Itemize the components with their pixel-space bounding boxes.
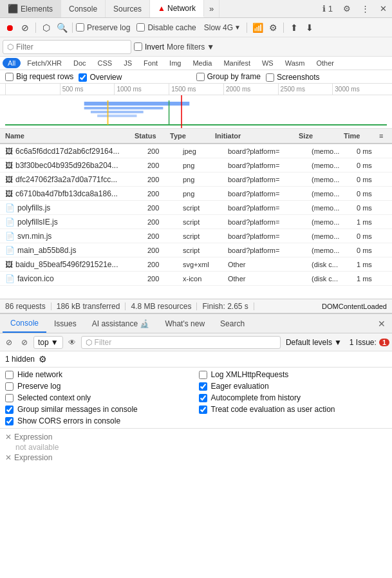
console-tab-console[interactable]: Console xyxy=(3,314,46,333)
opt-show-cors-cb[interactable] xyxy=(5,417,14,425)
group-by-frame-checkbox[interactable] xyxy=(196,73,205,81)
screenshots-label[interactable]: Screenshots xyxy=(266,73,320,82)
preserve-log-checkbox[interactable] xyxy=(76,23,84,32)
opt-group-similar[interactable]: Group similar messages in console xyxy=(5,405,194,414)
opt-preserve-log[interactable]: Preserve log xyxy=(5,382,194,391)
filter-input[interactable] xyxy=(16,42,127,51)
opt-autocomplete-cb[interactable] xyxy=(199,394,207,402)
filter-box[interactable]: ⬡ xyxy=(3,40,131,54)
tab-elements[interactable]: ⬛ Elements xyxy=(0,0,61,17)
table-row[interactable]: 🖼 b3f30bec04b935d926ba204... 200 png boa… xyxy=(0,158,392,172)
tab-console[interactable]: Console xyxy=(61,0,106,17)
table-row[interactable]: 🖼 6c6a5f6dcd17d2ab6cf29164... 200 jpeg b… xyxy=(0,144,392,158)
network-settings-icon[interactable]: ⚙ xyxy=(266,21,280,35)
opt-hide-network-cb[interactable] xyxy=(5,371,14,379)
overview-checkbox[interactable] xyxy=(79,73,87,82)
more-filters-btn[interactable]: More filters ▼ xyxy=(167,42,214,51)
table-row[interactable]: 📄 svn.min.js 200 script board?platform= … xyxy=(0,229,392,243)
notification-btn[interactable]: ℹ 1 xyxy=(317,4,338,14)
filter-fetch-xhr[interactable]: Fetch/XHR xyxy=(22,58,67,68)
tab-network[interactable]: ▲ Network xyxy=(150,0,204,17)
opt-autocomplete[interactable]: Autocomplete from history xyxy=(199,393,387,402)
opt-eager-eval[interactable]: Eager evaluation xyxy=(199,382,387,391)
eye-icon[interactable]: 👁 xyxy=(66,336,79,349)
table-row[interactable]: 📄 polyfillsIE.js 200 script board?platfo… xyxy=(0,215,392,229)
table-row[interactable]: 📄 main_ab55b8d.js 200 script board?platf… xyxy=(0,243,392,257)
th-size[interactable]: Size xyxy=(296,132,341,140)
big-request-rows-checkbox[interactable] xyxy=(5,73,14,81)
th-waterfall[interactable]: ≡ xyxy=(377,132,389,140)
screenshots-checkbox[interactable] xyxy=(266,73,274,82)
wifi-icon[interactable]: 📶 xyxy=(250,21,265,35)
th-status[interactable]: Status xyxy=(132,132,167,140)
opt-selected-ctx[interactable]: Selected context only xyxy=(5,393,194,402)
throttle-dropdown[interactable]: Slow 4G ▼ xyxy=(201,23,243,32)
invert-label[interactable]: Invert xyxy=(134,42,164,51)
search-button[interactable]: 🔍 xyxy=(55,21,69,35)
opt-selected-ctx-cb[interactable] xyxy=(5,394,14,402)
opt-treat-code-cb[interactable] xyxy=(199,406,207,414)
table-row[interactable]: 🖼 c6710ba4d7bfb13dca8a186... 200 png boa… xyxy=(0,187,392,201)
th-name[interactable]: Name xyxy=(3,132,132,140)
filter-css[interactable]: CSS xyxy=(93,58,118,68)
filter-font[interactable]: Font xyxy=(138,58,163,68)
close-devtools-icon[interactable]: ✕ xyxy=(375,4,392,14)
opt-hide-network[interactable]: Hide network xyxy=(5,370,194,379)
th-initiator[interactable]: Initiator xyxy=(212,132,296,140)
filter-button[interactable]: ⬡ xyxy=(39,21,53,35)
table-row[interactable]: 🖼 dfc247062f3a2a7d0a771fcc... 200 png bo… xyxy=(0,172,392,187)
filter-button-bar: All Fetch/XHR Doc CSS JS Font Img Media … xyxy=(0,57,392,70)
filter-media[interactable]: Media xyxy=(187,58,217,68)
levels-dropdown[interactable]: Default levels ▼ xyxy=(283,338,344,347)
expression-input-2[interactable] xyxy=(14,453,387,462)
table-row[interactable]: 🖼 baidu_85beaf5496f291521e... 200 svg+xm… xyxy=(0,257,392,272)
th-type[interactable]: Type xyxy=(167,132,212,140)
record-button[interactable]: ⏺ xyxy=(3,21,17,35)
opt-log-xmlhttp[interactable]: Log XMLHttpRequests xyxy=(199,370,387,379)
group-by-frame-label[interactable]: Group by frame xyxy=(196,71,261,82)
invert-checkbox[interactable] xyxy=(134,42,142,51)
filter-ws[interactable]: WS xyxy=(257,58,279,68)
filter-other[interactable]: Other xyxy=(311,58,339,68)
upload1-button[interactable]: ⬆ xyxy=(287,21,301,35)
context-selector[interactable]: top ▼ xyxy=(33,336,63,349)
tab-sources[interactable]: Sources xyxy=(106,0,150,17)
download-button[interactable]: ⬇ xyxy=(303,21,317,35)
console-tab-issues[interactable]: Issues xyxy=(46,314,84,333)
expression-input-1[interactable] xyxy=(14,433,387,442)
expression-close-1[interactable]: ✕ xyxy=(5,433,12,442)
opt-preserve-log-cb[interactable] xyxy=(5,382,14,391)
console-pause-btn[interactable]: ⊘ xyxy=(18,336,31,349)
filter-manifest[interactable]: Manifest xyxy=(218,58,256,68)
disable-cache-checkbox[interactable] xyxy=(136,23,145,32)
opt-eager-eval-cb[interactable] xyxy=(199,382,207,391)
disable-cache-label[interactable]: Disable cache xyxy=(136,23,196,32)
filter-all[interactable]: All xyxy=(3,58,21,68)
opt-log-xmlhttp-cb[interactable] xyxy=(199,371,207,379)
more-options-icon[interactable]: ⋮ xyxy=(356,4,375,14)
clear-button[interactable]: ⊘ xyxy=(18,21,32,35)
console-tab-search[interactable]: Search xyxy=(212,314,252,333)
big-request-rows-label[interactable]: Big request rows xyxy=(5,71,73,82)
filter-js[interactable]: JS xyxy=(118,58,137,68)
filter-wasm[interactable]: Wasm xyxy=(280,58,310,68)
console-tab-ai[interactable]: AI assistance 🔬 xyxy=(84,314,158,333)
filter-doc[interactable]: Doc xyxy=(68,58,91,68)
console-clear-btn[interactable]: ⊘ xyxy=(3,336,15,349)
opt-group-similar-cb[interactable] xyxy=(5,406,14,414)
settings-icon[interactable]: ⚙ xyxy=(338,4,356,14)
console-filter-box[interactable]: ⬡ Filter xyxy=(81,336,281,349)
console-tab-whatsnew[interactable]: What's new xyxy=(157,314,212,333)
th-time[interactable]: Time xyxy=(341,132,377,140)
console-close-btn[interactable]: ✕ xyxy=(374,319,389,329)
table-row[interactable]: 📄 polyfills.js 200 script board?platform… xyxy=(0,201,392,215)
expression-close-2[interactable]: ✕ xyxy=(5,453,12,462)
opt-show-cors[interactable]: Show CORS errors in console xyxy=(5,416,194,425)
overview-label[interactable]: Overview xyxy=(79,73,122,82)
tab-more[interactable]: » xyxy=(204,0,219,17)
opt-treat-code[interactable]: Treat code evaluation as user action xyxy=(199,405,387,414)
preserve-log-label[interactable]: Preserve log xyxy=(76,23,130,32)
table-row[interactable]: 📄 favicon.ico 200 x-icon Other (disk c..… xyxy=(0,272,392,286)
hidden-gear-icon[interactable]: ⚙ xyxy=(39,354,47,364)
filter-img[interactable]: Img xyxy=(164,58,186,68)
